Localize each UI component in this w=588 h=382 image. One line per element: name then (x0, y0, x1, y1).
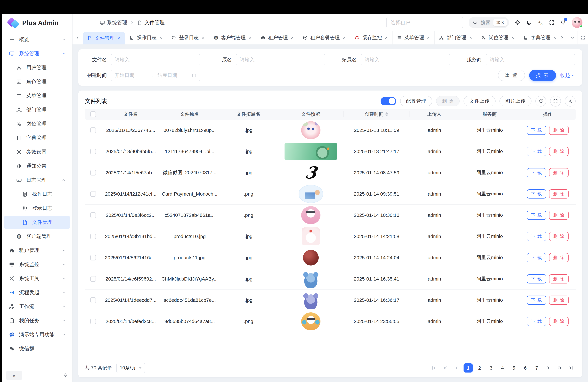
refresh-page-icon[interactable] (89, 20, 95, 25)
pagination-first-button[interactable] (429, 363, 438, 373)
tab-客户端管理[interactable]: @客户端管理 (209, 31, 256, 44)
tab-租户套餐管理[interactable]: 租户套餐管理 (298, 31, 350, 44)
tab-close-icon[interactable] (290, 36, 294, 40)
delete-button[interactable]: 删 除 (549, 189, 568, 198)
pagination-page-4[interactable]: 4 (498, 363, 507, 373)
pagination-page-2[interactable]: 2 (475, 363, 484, 373)
delete-button[interactable]: 删 除 (549, 232, 568, 241)
tab-登录日志[interactable]: 登录日志 (167, 31, 209, 44)
sidebar-item-微信群[interactable]: 微信群 (4, 342, 70, 355)
notification-bell-icon[interactable] (560, 19, 566, 26)
file-preview-image[interactable] (301, 206, 320, 224)
tab-close-icon[interactable] (384, 36, 388, 40)
tab-字典管理[interactable]: 字典管理 (519, 31, 557, 44)
tab-close-icon[interactable] (553, 36, 557, 40)
page-size-select[interactable]: 10条/页 (116, 363, 145, 373)
tabs-scroll-right-button[interactable] (557, 31, 567, 44)
original-name-input[interactable] (236, 54, 325, 65)
file-preview-image[interactable] (301, 121, 320, 139)
tab-close-icon[interactable] (201, 36, 205, 40)
sidebar-item-系统工具[interactable]: 系统工具 (4, 272, 70, 285)
download-button[interactable]: 下 载 (527, 253, 546, 262)
download-button[interactable]: 下 载 (527, 126, 546, 135)
download-button[interactable]: 下 载 (527, 189, 546, 198)
file-name-input[interactable] (111, 54, 200, 65)
file-preview-image[interactable] (303, 250, 319, 266)
pagination-prev-button[interactable] (452, 363, 461, 373)
delete-button[interactable]: 删 除 (549, 274, 568, 283)
pagination-page-3[interactable]: 3 (486, 363, 496, 373)
reset-button[interactable]: 重 置 (498, 70, 525, 81)
brand[interactable]: Plus Admin (2, 14, 72, 31)
user-avatar[interactable] (572, 17, 583, 28)
tenant-select-input[interactable] (386, 17, 463, 28)
sidebar-item-概览[interactable]: 概览 (4, 33, 70, 46)
file-preview-image[interactable] (301, 270, 320, 288)
sidebar-item-岗位管理[interactable]: 岗位管理 (4, 117, 70, 130)
sidebar-item-登录日志[interactable]: 登录日志 (4, 202, 70, 215)
tab-缓存监控[interactable]: 缓存监控 (350, 31, 393, 44)
content-fullscreen-button[interactable] (578, 31, 588, 44)
download-button[interactable]: 下 载 (527, 232, 546, 241)
sidebar-item-菜单管理[interactable]: 菜单管理 (4, 89, 70, 102)
download-button[interactable]: 下 载 (527, 296, 546, 305)
tab-租户管理[interactable]: 租户管理 (256, 31, 298, 44)
table-fullscreen-button[interactable] (550, 96, 561, 106)
file-preview-image[interactable] (301, 291, 320, 309)
sidebar-item-用户管理[interactable]: 用户管理 (4, 61, 70, 74)
file-preview-image[interactable] (302, 227, 320, 245)
sidebar-item-角色管理[interactable]: 角色管理 (4, 75, 70, 88)
global-search-button[interactable]: 搜索 ⌘ K (469, 17, 509, 28)
sidebar-item-系统管理[interactable]: 系统管理 (4, 47, 70, 60)
delete-button[interactable]: 删 除 (549, 317, 568, 326)
date-range-picker[interactable]: 开始日期 → 结束日期 (111, 70, 200, 81)
delete-button[interactable]: 删 除 (549, 168, 568, 177)
sidebar-item-操作日志[interactable]: 操作日志 (4, 188, 70, 201)
sidebar-item-文件管理[interactable]: 文件管理 (4, 216, 70, 229)
download-button[interactable]: 下 载 (527, 274, 546, 283)
tab-岗位管理[interactable]: 岗位管理 (477, 31, 519, 44)
pin-icon[interactable] (63, 373, 68, 378)
delete-button[interactable]: 删 除 (549, 126, 568, 135)
delete-button[interactable]: 删 除 (549, 147, 568, 156)
tab-部门管理[interactable]: 部门管理 (435, 31, 477, 44)
download-button[interactable]: 下 载 (527, 168, 546, 177)
row-checkbox[interactable] (90, 127, 96, 133)
sidebar-item-客户端管理[interactable]: @客户端管理 (4, 230, 70, 243)
config-manage-button[interactable]: 配置管理 (400, 96, 432, 106)
settings-gear-icon[interactable] (514, 20, 520, 25)
select-all-checkbox[interactable] (90, 111, 96, 117)
row-checkbox[interactable] (90, 276, 96, 282)
extension-input[interactable] (361, 54, 450, 65)
row-checkbox[interactable] (90, 149, 96, 154)
pagination-page-5[interactable]: 5 (509, 363, 518, 373)
tab-菜单管理[interactable]: 菜单管理 (393, 31, 435, 44)
tab-close-icon[interactable] (342, 36, 346, 40)
row-checkbox[interactable] (90, 191, 96, 197)
file-preview-image[interactable] (301, 312, 320, 330)
menu-toggle-icon[interactable] (78, 20, 84, 25)
refresh-table-button[interactable] (535, 96, 546, 106)
collapse-filters-link[interactable]: 收起 (560, 72, 575, 79)
pagination-last-button[interactable] (567, 363, 576, 373)
tabs-scroll-left-button[interactable] (73, 31, 83, 44)
row-checkbox[interactable] (90, 170, 96, 175)
download-button[interactable]: 下 载 (527, 147, 546, 156)
pagination-page-7[interactable]: 7 (532, 363, 541, 373)
breadcrumb-system[interactable]: 系统管理 (100, 19, 127, 26)
sidebar-item-演示站专用功能[interactable]: 演示站专用功能 (4, 328, 70, 341)
tab-close-icon[interactable] (469, 36, 472, 40)
file-preview-image[interactable]: 3 (296, 164, 325, 182)
fullscreen-icon[interactable] (549, 20, 555, 25)
sidebar-item-通知公告[interactable]: 通知公告 (4, 159, 70, 172)
image-upload-button[interactable]: 图片上传 (500, 96, 531, 106)
row-checkbox[interactable] (90, 297, 96, 303)
tabs-dropdown-button[interactable] (567, 31, 578, 44)
row-checkbox[interactable] (90, 212, 96, 218)
sidebar-item-租户管理[interactable]: 租户管理 (4, 244, 70, 257)
pagination-jump-forward-button[interactable] (555, 363, 564, 373)
sidebar-item-部门管理[interactable]: 部门管理 (4, 103, 70, 116)
provider-input[interactable] (485, 54, 575, 65)
tab-close-icon[interactable] (248, 36, 252, 40)
download-button[interactable]: 下 载 (527, 317, 546, 326)
